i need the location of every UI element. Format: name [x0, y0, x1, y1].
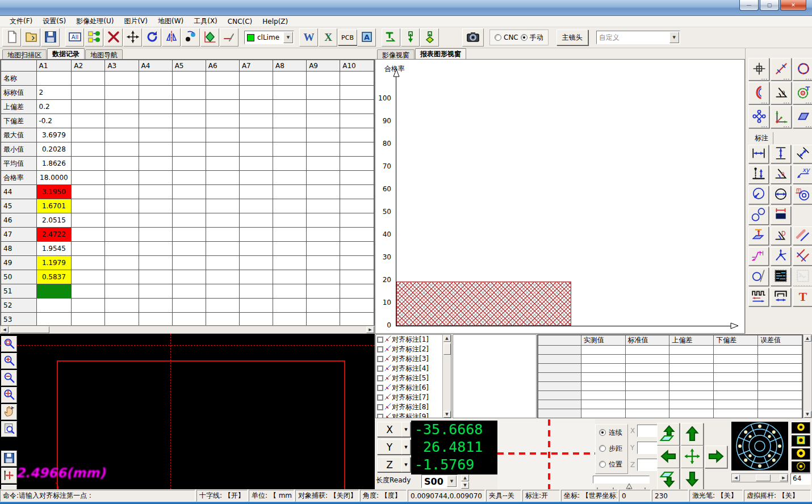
text-label-tool-button[interactable]: T: [793, 288, 812, 306]
jog-mode-radio[interactable]: [599, 429, 606, 436]
vscroll-thumb[interactable]: [443, 343, 451, 355]
preset-dropdown[interactable]: 自定义 ▼: [596, 31, 680, 44]
menu-item-6[interactable]: 工具(X): [189, 15, 223, 27]
preview-button[interactable]: [1, 421, 17, 437]
move-button[interactable]: [123, 28, 142, 47]
jog-mode-2[interactable]: 步距: [596, 440, 627, 456]
bracket-width-tool-button[interactable]: [771, 288, 791, 306]
angle-tool-button[interactable]: θ...: [771, 82, 792, 104]
ring-light-full-button[interactable]: [791, 422, 810, 434]
axis-z-button[interactable]: Z: [377, 457, 402, 472]
excel-export-button[interactable]: X: [319, 28, 337, 47]
ring-light-segment-button[interactable]: [791, 448, 810, 460]
jog-mode-3[interactable]: 位置: [596, 456, 627, 472]
alignment-item-8[interactable]: 对齐标注[8]: [376, 402, 451, 412]
sort-elements-button[interactable]: [85, 28, 103, 47]
cnc-radio[interactable]: [495, 34, 501, 41]
scroll-down-icon[interactable]: ▼: [443, 411, 451, 418]
cross-distance-tool-button[interactable]: [793, 247, 812, 266]
speed-spinner[interactable]: ▲ ▼: [461, 474, 469, 489]
zoom-window-button[interactable]: [1, 336, 17, 352]
profile-comb-tool-button[interactable]: [748, 288, 769, 306]
plane-height-tool-button[interactable]: [748, 226, 769, 245]
delete-button[interactable]: [104, 28, 123, 47]
minimize-button[interactable]: —: [739, 0, 759, 11]
teach-program-button[interactable]: [382, 28, 400, 47]
alignment-item-9[interactable]: 对齐标注[9]: [376, 412, 451, 418]
speed-slider[interactable]: [593, 476, 650, 490]
menu-item-1[interactable]: 文件(F): [5, 15, 37, 27]
scroll-left-icon[interactable]: ◀: [732, 474, 740, 481]
hscroll-thumb[interactable]: [10, 326, 49, 333]
axis-y-dropdown[interactable]: ▼: [401, 439, 411, 455]
chevron-down-icon[interactable]: ▼: [669, 32, 679, 43]
circle-distance-tool-button[interactable]: [748, 206, 769, 225]
arrow-right-jog-button[interactable]: [705, 446, 727, 468]
close-button[interactable]: ✕: [780, 0, 806, 11]
alignment-item-1[interactable]: 对齐标注[1]: [376, 335, 451, 345]
color-selector-dropdown[interactable]: clLime ▼: [244, 31, 294, 44]
axis-y-button[interactable]: Y: [377, 439, 402, 455]
move-origin-button[interactable]: [1, 468, 17, 484]
light-scrollbar[interactable]: ◀ ▶: [731, 473, 788, 482]
circle-line-tool-button[interactable]: [748, 267, 769, 286]
mark-circle-tool-button[interactable]: m: [793, 186, 812, 204]
checkbox[interactable]: [377, 414, 383, 418]
concentric-circle-tool-button[interactable]: ...: [793, 82, 812, 104]
alignment-item-2[interactable]: 对齐标注[2]: [376, 345, 451, 354]
menu-item-2[interactable]: 设置(S): [37, 15, 71, 27]
menu-item-8[interactable]: Help(Z): [257, 16, 293, 27]
rotate-points-button[interactable]: [181, 28, 200, 47]
checkbox[interactable]: [377, 356, 383, 362]
radius-tool-button[interactable]: [748, 186, 769, 204]
arrow-up-jog-button[interactable]: [681, 423, 704, 446]
trim-line-button[interactable]: [220, 28, 238, 47]
map-locate-button[interactable]: A: [357, 28, 376, 47]
menu-item-7[interactable]: CNC(C): [223, 16, 257, 27]
select-all-button[interactable]: All: [65, 28, 84, 47]
ellipse-tool-button[interactable]: ...: [748, 106, 769, 128]
restore-button[interactable]: ▢: [760, 0, 779, 11]
axis-z-dropdown[interactable]: ▼: [401, 457, 411, 472]
zoom-extent-button[interactable]: [1, 387, 17, 403]
scroll-left-icon[interactable]: ◀: [1, 326, 9, 333]
word-export-button[interactable]: W: [299, 28, 318, 47]
rect-width-tool-button[interactable]: [771, 206, 791, 225]
diameter-tool-button[interactable]: [771, 186, 791, 204]
plane-view-button[interactable]: [1, 485, 17, 489]
z-up-jog-button[interactable]: [657, 423, 680, 446]
step-height-tool-button[interactable]: H: [748, 247, 769, 266]
alignment-item-6[interactable]: 对齐标注[6]: [376, 383, 451, 393]
manual-radio[interactable]: [521, 34, 528, 41]
light-scroll-thumb[interactable]: [756, 474, 771, 481]
menu-item-3[interactable]: 影像处理(U): [71, 15, 119, 27]
arrow-down-jog-button[interactable]: [681, 468, 704, 491]
spin-down-icon[interactable]: ▼: [461, 482, 469, 489]
transform-button[interactable]: [200, 28, 219, 47]
pan-button[interactable]: [1, 404, 17, 420]
tab-1-left[interactable]: 地图扫描区: [2, 49, 47, 59]
scroll-up-icon[interactable]: ▲: [804, 335, 811, 342]
checkbox[interactable]: [377, 404, 383, 410]
z-down-jog-button[interactable]: [657, 468, 680, 491]
checkbox[interactable]: [377, 375, 383, 381]
chevron-down-icon[interactable]: ▼: [447, 476, 457, 487]
checkbox[interactable]: [377, 394, 383, 401]
jog-mode-radio[interactable]: [599, 461, 606, 468]
zoom-out-button[interactable]: [1, 370, 17, 386]
virtual-joystick[interactable]: [731, 422, 788, 471]
point-tool-button[interactable]: ...: [748, 58, 769, 81]
alignment-item-3[interactable]: 对齐标注[3]: [376, 354, 451, 364]
zoom-in-button[interactable]: [1, 353, 17, 369]
image-canvas[interactable]: 2.4966(mm): [0, 334, 375, 489]
probe-goto-button[interactable]: [420, 28, 439, 47]
checkbox[interactable]: [377, 346, 383, 352]
angle-d-tool-button[interactable]: D: [771, 226, 791, 245]
h-distance-tool-button[interactable]: [748, 145, 769, 163]
save-view-button[interactable]: [1, 451, 17, 467]
tab-2-left[interactable]: 数据记录: [47, 48, 85, 59]
checkbox[interactable]: [377, 385, 383, 391]
circle-tool-button[interactable]: ...: [793, 58, 812, 81]
tab-1-report[interactable]: 影像视窗: [377, 49, 415, 59]
save-file-button[interactable]: [41, 28, 60, 47]
